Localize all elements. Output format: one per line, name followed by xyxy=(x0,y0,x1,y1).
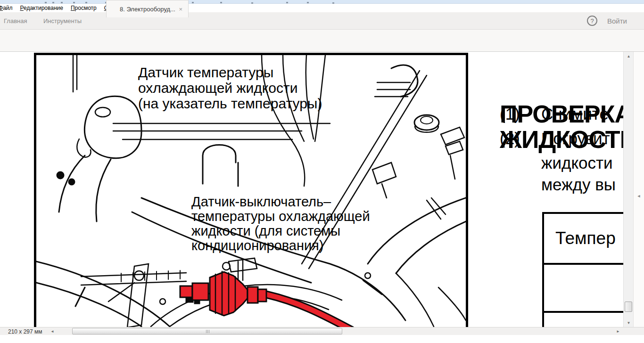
table-header-cell: Темпер xyxy=(544,214,623,265)
sign-in-button[interactable]: Войти xyxy=(607,17,627,25)
figure-label-coolant-temp-switch: Датчик-выключатель– температуры охлаждаю… xyxy=(191,195,370,253)
list-item-2-text-line3: между вы xyxy=(541,175,623,194)
scroll-right-icon[interactable]: ► xyxy=(614,328,622,335)
collapsed-tools-panel: ◄ xyxy=(633,52,644,327)
page-size-label: 210 x 297 мм xyxy=(8,328,42,335)
table-row xyxy=(544,265,623,313)
scroll-up-icon[interactable]: ▲ xyxy=(624,52,634,60)
engine-figure-box: Датчик температуры охлаждающей жидкости … xyxy=(34,53,468,327)
title-text-fragments xyxy=(45,2,47,3)
tab-home[interactable]: Главная xyxy=(0,12,33,29)
red-sensor-cable xyxy=(266,294,351,327)
scroll-down-icon[interactable]: ▼ xyxy=(624,318,634,327)
figure-label-coolant-temp-sensor: Датчик температуры охлаждающей жидкости … xyxy=(138,65,322,111)
close-icon[interactable]: × xyxy=(179,6,182,12)
expand-panel-icon[interactable]: ◄ xyxy=(636,190,642,202)
window-title-strip xyxy=(0,0,644,4)
scrollbar-grip xyxy=(206,330,206,333)
vertical-scrollbar-thumb[interactable] xyxy=(625,302,632,312)
scroll-left-icon[interactable]: ◄ xyxy=(49,328,56,335)
list-item-2-number: (2) xyxy=(500,129,520,148)
help-icon[interactable]: ? xyxy=(587,16,597,26)
tab-tools[interactable]: Инструменты xyxy=(38,12,87,29)
menu-edit[interactable]: Редактирование xyxy=(17,5,67,11)
toolbar xyxy=(0,29,644,52)
menu-view[interactable]: Просмотр xyxy=(67,5,100,11)
status-bar: 210 x 297 мм ◄ ► xyxy=(0,327,644,335)
vertical-scrollbar[interactable]: ▲ ▼ xyxy=(623,52,633,327)
tab-document[interactable]: 8. Электрооборуд... × xyxy=(106,0,189,17)
document-page: Датчик температуры охлаждающей жидкости … xyxy=(0,52,623,327)
temperature-table: Темпер xyxy=(542,212,623,327)
list-item-2-text-line2: жидкости xyxy=(541,154,623,172)
list-item-2-text-line1: Погрузит xyxy=(541,129,623,148)
list-item-1-text: Снимите xyxy=(541,105,623,123)
horizontal-scrollbar-thumb[interactable] xyxy=(72,328,342,335)
menu-file[interactable]: Файл xyxy=(0,5,17,11)
outside-window-area xyxy=(0,335,644,343)
menubar: Файл Редактирование Просмотр Окно Справк… xyxy=(0,4,644,12)
list-item-1-number: (1) xyxy=(500,105,520,123)
tab-bar: Главная Инструменты xyxy=(0,12,644,29)
tab-document-label: 8. Электрооборуд... xyxy=(120,6,175,13)
